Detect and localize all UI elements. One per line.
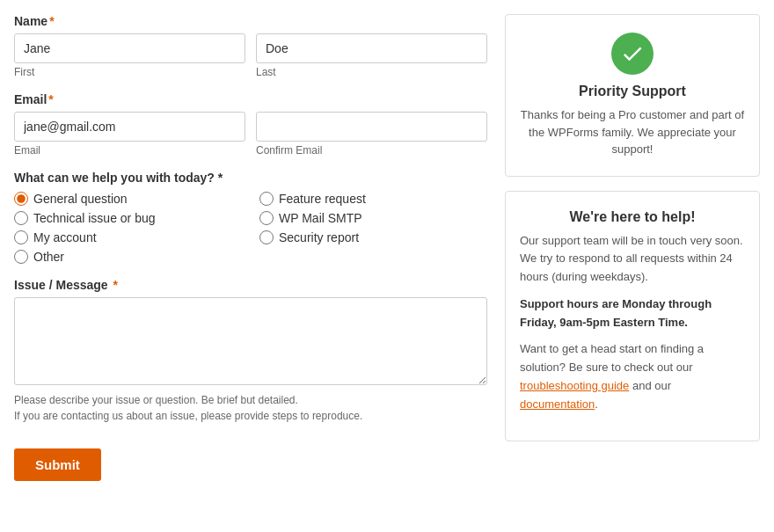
email-field-group: Email* Email Confirm Email <box>14 92 487 157</box>
radio-feature-input[interactable] <box>259 192 274 206</box>
radio-feature-label: Feature request <box>279 192 366 206</box>
help-para1: Our support team will be in touch very s… <box>520 232 745 287</box>
message-textarea[interactable] <box>14 297 487 385</box>
email-row: Email Confirm Email <box>14 112 487 157</box>
radio-technical-label: Technical issue or bug <box>33 211 156 225</box>
email-label: Email* <box>14 92 487 106</box>
troubleshooting-link[interactable]: troubleshooting guide <box>520 379 629 392</box>
help-label: What can we help you with today? * <box>14 171 487 185</box>
documentation-link[interactable]: documentation <box>520 397 595 411</box>
radio-technical-input[interactable] <box>14 211 28 225</box>
email-input[interactable] <box>14 112 245 142</box>
radio-wpmail[interactable]: WP Mail SMTP <box>259 211 487 225</box>
radio-wpmail-input[interactable] <box>259 211 274 225</box>
help-para3: Want to get a head start on finding a so… <box>520 340 745 413</box>
last-label: Last <box>256 66 487 78</box>
radio-security[interactable]: Security report <box>259 230 487 244</box>
first-label: First <box>14 66 245 78</box>
priority-title: Priority Support <box>520 84 745 99</box>
checkmark-icon <box>611 33 654 75</box>
check-svg <box>620 41 645 66</box>
radio-account-label: My account <box>33 230 97 244</box>
help-field-group: What can we help you with today? * Gener… <box>14 171 487 264</box>
name-label: Name* <box>14 14 487 28</box>
confirm-email-input[interactable] <box>256 112 487 142</box>
name-required: * <box>49 14 54 28</box>
help-card-title: We're here to help! <box>520 209 745 225</box>
radio-other-label: Other <box>33 250 64 264</box>
name-field-group: Name* First Last <box>14 14 487 78</box>
help-para2: Support hours are Monday through Friday,… <box>520 295 745 332</box>
help-card: We're here to help! Our support team wil… <box>505 191 760 441</box>
name-row: First Last <box>14 33 487 78</box>
sidebar: Priority Support Thanks for being a Pro … <box>505 14 760 481</box>
confirm-email-col: Confirm Email <box>256 112 487 157</box>
radio-other-input[interactable] <box>14 250 28 264</box>
message-field-group: Issue / Message * Please describe your i… <box>14 278 487 424</box>
radio-feature[interactable]: Feature request <box>259 192 487 206</box>
last-name-input[interactable] <box>256 33 487 63</box>
help-required: * <box>215 171 223 185</box>
radio-general-label: General question <box>33 192 128 206</box>
first-name-input[interactable] <box>14 33 245 63</box>
email-required: * <box>48 92 53 106</box>
radio-general-input[interactable] <box>14 192 28 206</box>
submit-button[interactable]: Submit <box>14 448 101 481</box>
radio-general[interactable]: General question <box>14 192 242 206</box>
radio-account[interactable]: My account <box>14 230 242 244</box>
email-sub-label: Email <box>14 144 245 157</box>
message-label: Issue / Message * <box>14 278 487 292</box>
confirm-email-sub-label: Confirm Email <box>256 144 487 157</box>
priority-support-card: Priority Support Thanks for being a Pro … <box>505 14 760 177</box>
priority-body: Thanks for being a Pro customer and part… <box>520 106 745 158</box>
hint-text: Please describe your issue or question. … <box>14 392 487 424</box>
first-name-col: First <box>14 33 245 78</box>
radio-security-input[interactable] <box>259 230 274 244</box>
radio-wpmail-label: WP Mail SMTP <box>279 211 362 225</box>
radio-other[interactable]: Other <box>14 250 242 264</box>
email-col: Email <box>14 112 245 157</box>
contact-form: Name* First Last Email* Em <box>14 14 487 481</box>
radio-grid: General question Feature request Technic… <box>14 192 487 264</box>
last-name-col: Last <box>256 33 487 78</box>
radio-technical[interactable]: Technical issue or bug <box>14 211 242 225</box>
message-required: * <box>110 278 118 292</box>
radio-security-label: Security report <box>279 230 359 244</box>
radio-account-input[interactable] <box>14 230 28 244</box>
